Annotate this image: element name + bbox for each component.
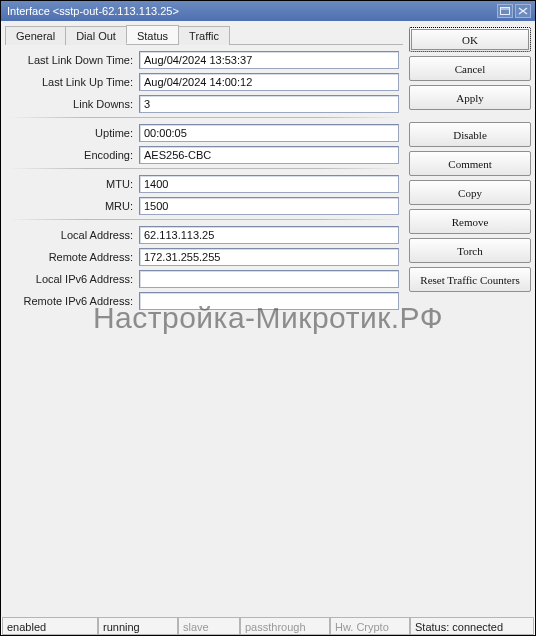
title-bar: Interface <sstp-out-62.113.113.25> (1, 1, 535, 21)
last-link-down-field[interactable] (139, 51, 399, 69)
last-link-down-label: Last Link Down Time: (9, 54, 139, 66)
separator (9, 219, 399, 220)
ok-button[interactable]: OK (409, 27, 531, 52)
action-buttons: OK Cancel Apply Disable Comment Copy Rem… (409, 25, 531, 613)
tab-panel-status: Last Link Down Time: Last Link Up Time: … (5, 45, 403, 613)
remove-button[interactable]: Remove (409, 209, 531, 234)
link-downs-field[interactable] (139, 95, 399, 113)
comment-button[interactable]: Comment (409, 151, 531, 176)
uptime-field[interactable] (139, 124, 399, 142)
status-running: running (98, 618, 178, 635)
disable-button[interactable]: Disable (409, 122, 531, 147)
copy-button[interactable]: Copy (409, 180, 531, 205)
tab-traffic[interactable]: Traffic (178, 26, 230, 45)
encoding-field[interactable] (139, 146, 399, 164)
client-area: General Dial Out Status Traffic Last Lin… (1, 21, 535, 617)
status-slave: slave (178, 618, 240, 635)
separator (9, 168, 399, 169)
remote-ipv6-label: Remote IPv6 Address: (9, 295, 139, 307)
last-link-up-label: Last Link Up Time: (9, 76, 139, 88)
remote-address-field[interactable] (139, 248, 399, 266)
encoding-label: Encoding: (9, 149, 139, 161)
status-bar: enabled running slave passthrough Hw. Cr… (2, 617, 534, 634)
close-window-button[interactable] (515, 4, 531, 18)
local-address-field[interactable] (139, 226, 399, 244)
cancel-button[interactable]: Cancel (409, 56, 531, 81)
separator (9, 117, 399, 118)
tab-general[interactable]: General (5, 26, 66, 45)
status-enabled: enabled (2, 618, 98, 635)
tab-strip: General Dial Out Status Traffic (5, 25, 403, 45)
status-hwcrypto: Hw. Crypto (330, 618, 410, 635)
link-downs-label: Link Downs: (9, 98, 139, 110)
apply-button[interactable]: Apply (409, 85, 531, 110)
mtu-label: MTU: (9, 178, 139, 190)
reset-traffic-button[interactable]: Reset Traffic Counters (409, 267, 531, 292)
mtu-field[interactable] (139, 175, 399, 193)
status-connection: Status: connected (410, 618, 534, 635)
remote-address-label: Remote Address: (9, 251, 139, 263)
mru-label: MRU: (9, 200, 139, 212)
window-title: Interface <sstp-out-62.113.113.25> (7, 5, 495, 17)
tab-status[interactable]: Status (126, 25, 179, 44)
torch-button[interactable]: Torch (409, 238, 531, 263)
tab-dial-out[interactable]: Dial Out (65, 26, 127, 45)
local-address-label: Local Address: (9, 229, 139, 241)
remote-ipv6-field[interactable] (139, 292, 399, 310)
left-column: General Dial Out Status Traffic Last Lin… (5, 25, 403, 613)
uptime-label: Uptime: (9, 127, 139, 139)
local-ipv6-field[interactable] (139, 270, 399, 288)
last-link-up-field[interactable] (139, 73, 399, 91)
status-passthrough: passthrough (240, 618, 330, 635)
mru-field[interactable] (139, 197, 399, 215)
local-ipv6-label: Local IPv6 Address: (9, 273, 139, 285)
detach-window-button[interactable] (497, 4, 513, 18)
